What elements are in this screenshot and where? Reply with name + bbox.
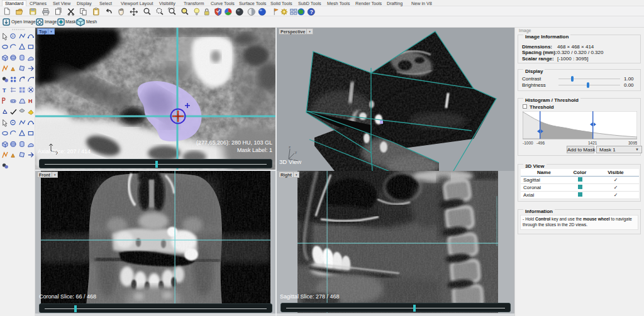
svg-text:y: y [295, 150, 297, 154]
svg-text:z: z [289, 145, 291, 149]
svg-text:1421: 1421 [588, 141, 597, 145]
svg-text:?: ? [310, 9, 313, 15]
svg-text:-496: -496 [536, 141, 545, 145]
svg-text:-1000: -1000 [523, 141, 533, 145]
svg-text:T: T [3, 87, 6, 94]
svg-text:3095: 3095 [628, 141, 637, 145]
svg-text:H: H [28, 98, 32, 104]
